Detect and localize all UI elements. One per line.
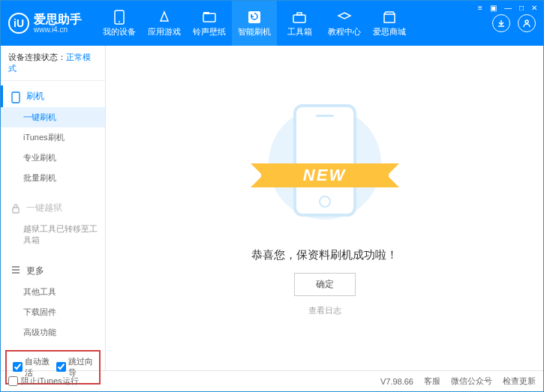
sidebar-item-download-firmware[interactable]: 下载固件: [1, 302, 105, 322]
nav-store[interactable]: 爱思商城: [367, 1, 412, 46]
svg-rect-10: [13, 208, 19, 213]
check-update-link[interactable]: 检查更新: [503, 376, 536, 387]
svg-rect-9: [12, 92, 20, 103]
store-icon: [382, 10, 397, 25]
download-button[interactable]: [492, 14, 510, 32]
success-message: 恭喜您，保资料刷机成功啦！: [251, 248, 398, 262]
nav-tutorial[interactable]: 教程中心: [322, 1, 367, 46]
nav-flash[interactable]: 智能刷机: [232, 1, 277, 46]
version-label: V7.98.66: [380, 377, 413, 386]
toolbox-icon: [292, 10, 307, 25]
svg-rect-6: [297, 13, 302, 15]
minimize-button[interactable]: —: [503, 2, 513, 13]
window-controls: ≡ ▣ — □ ✕: [476, 2, 539, 13]
app-logo: iU 爱思助手 www.i4.cn: [8, 13, 82, 34]
skin-icon[interactable]: ▣: [488, 2, 498, 13]
device-info[interactable]: iPhone 12 mini 64GB Down-12mini-13,1: [1, 388, 105, 392]
close-button[interactable]: ✕: [530, 2, 539, 13]
app-title: 爱思助手: [34, 13, 82, 25]
nav-apps[interactable]: 应用游戏: [142, 1, 187, 46]
graduation-icon: [337, 10, 352, 25]
sidebar-item-batch-flash[interactable]: 批量刷机: [1, 168, 105, 188]
sidebar-item-other-tools[interactable]: 其他工具: [1, 282, 105, 302]
svg-rect-2: [203, 13, 215, 22]
app-subtitle: www.i4.cn: [34, 25, 82, 34]
sidebar-item-pro-flash[interactable]: 专业刷机: [1, 148, 105, 168]
success-illustration: NEW: [261, 100, 389, 235]
block-itunes-checkbox[interactable]: 阻止iTunes运行: [8, 376, 79, 387]
nav-toolbox[interactable]: 工具箱: [277, 1, 322, 46]
sidebar-item-oneclick-flash[interactable]: 一键刷机: [1, 107, 105, 127]
view-log-link[interactable]: 查看日志: [308, 305, 341, 316]
sidebar-item-advanced[interactable]: 高级功能: [1, 322, 105, 343]
user-button[interactable]: [518, 14, 536, 32]
lock-icon: [11, 203, 22, 214]
phone-icon: [11, 91, 22, 102]
sidebar-group-jailbreak: 一键越狱: [1, 197, 105, 219]
support-link[interactable]: 客服: [424, 376, 440, 387]
svg-point-1: [119, 21, 120, 22]
folder-icon: [202, 10, 217, 25]
sidebar: 设备连接状态：正常模式 刷机 一键刷机 iTunes刷机 专业刷机 批量刷机 一…: [1, 46, 106, 370]
svg-rect-7: [384, 14, 395, 22]
phone-icon: [112, 10, 127, 25]
sidebar-group-flash[interactable]: 刷机: [1, 85, 105, 107]
maximize-button[interactable]: □: [518, 2, 525, 13]
wechat-link[interactable]: 微信公众号: [451, 376, 492, 387]
ribbon-text: NEW: [261, 163, 389, 187]
svg-point-8: [525, 20, 528, 23]
sidebar-item-itunes-flash[interactable]: iTunes刷机: [1, 127, 105, 148]
menu-icon: [11, 265, 22, 276]
apps-icon: [157, 10, 172, 25]
svg-rect-5: [293, 15, 305, 22]
main-nav: 我的设备 应用游戏 铃声壁纸 智能刷机 工具箱 教程中心 爱思商城: [97, 1, 412, 46]
jailbreak-note: 越狱工具已转移至工具箱: [1, 219, 105, 251]
menu-icon[interactable]: ≡: [476, 2, 484, 13]
ok-button[interactable]: 确定: [294, 273, 356, 296]
nav-my-device[interactable]: 我的设备: [97, 1, 142, 46]
nav-ringtone[interactable]: 铃声壁纸: [187, 1, 232, 46]
sidebar-group-more[interactable]: 更多: [1, 260, 105, 282]
svg-rect-3: [203, 12, 209, 14]
main-content: NEW 恭喜您，保资料刷机成功啦！ 确定 查看日志: [106, 46, 543, 370]
connection-status: 设备连接状态：正常模式: [1, 46, 105, 81]
logo-icon: iU: [8, 13, 29, 34]
title-bar: iU 爱思助手 www.i4.cn 我的设备 应用游戏 铃声壁纸 智能刷机 工具…: [1, 1, 543, 46]
refresh-icon: [247, 10, 262, 25]
